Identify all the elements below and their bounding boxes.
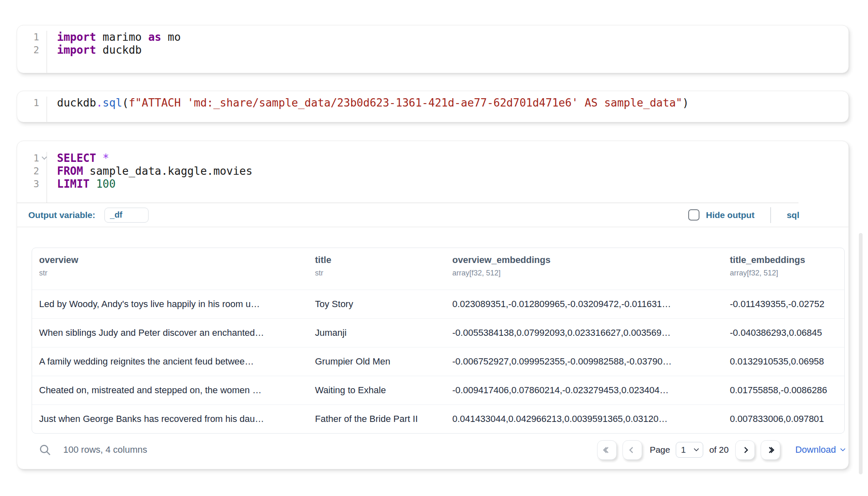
table-cell: -0.009417406,0.07860214,-0.023279453,0.0… [445, 376, 723, 404]
download-button[interactable]: Download [795, 444, 845, 455]
sql-cell: 123 SELECT *FROM sample_data.kaggle.movi… [17, 141, 849, 469]
line-number: 2 [17, 165, 47, 178]
table-row[interactable]: A family wedding reignites the ancient f… [32, 347, 844, 376]
page-select[interactable]: 1 [676, 442, 703, 458]
output-variable-input[interactable] [104, 208, 149, 223]
chevron-left-icon [629, 446, 636, 453]
table-body: Led by Woody, Andy's toys live happily i… [32, 290, 844, 433]
page-scrollbar[interactable] [859, 233, 863, 474]
code-token: SELECT [57, 152, 96, 164]
column-type: array[f32, 512] [730, 269, 845, 278]
cell-language-badge[interactable]: sql [787, 210, 799, 220]
line-number: 2 [17, 44, 47, 57]
code-token: sql [103, 97, 122, 109]
code-token: marimo [96, 31, 148, 43]
code-token [96, 152, 103, 164]
line-number: 1 [17, 152, 47, 165]
code-line[interactable]: import marimo as mo [47, 31, 848, 44]
fold-chevron-icon[interactable] [42, 154, 47, 160]
table-cell: Led by Woody, Andy's toys live happily i… [32, 290, 308, 318]
code-line[interactable]: FROM sample_data.kaggle.movies [47, 165, 848, 178]
page-label: Page [650, 445, 670, 455]
table-summary: 100 rows, 4 columns [63, 444, 147, 455]
code-token: * [103, 152, 109, 164]
code-token: import [57, 44, 96, 56]
column-type: array[f32, 512] [452, 269, 719, 278]
code-token: duckdb [57, 97, 96, 109]
search-icon[interactable] [37, 442, 52, 457]
table-cell: When siblings Judy and Peter discover an… [32, 319, 308, 347]
code-token [89, 178, 96, 190]
table-footer: 100 rows, 4 columns Page 1 of 20 [32, 439, 845, 461]
code-token: LIMIT [57, 178, 89, 190]
code-line[interactable]: import duckdb [47, 44, 848, 57]
code-token: ) [682, 97, 689, 109]
column-header[interactable]: overviewstr [32, 248, 308, 290]
line-number-gutter: 123 [17, 152, 47, 203]
table-cell: 0.007833006,0.097801 [723, 405, 845, 433]
code-token: sample_data.kaggle.movies [83, 165, 253, 177]
code-token: f"ATTACH 'md:_share/sample_data/23b0d623… [129, 97, 682, 109]
table-cell: Toy Story [308, 290, 445, 318]
table-row[interactable]: When siblings Judy and Peter discover an… [32, 318, 844, 347]
column-type: str [315, 269, 441, 278]
line-number: 1 [17, 31, 47, 44]
code-line[interactable]: SELECT * [47, 152, 848, 165]
table-header-row: overviewstrtitlestroverview_embeddingsar… [32, 248, 844, 290]
code-token: as [148, 31, 161, 43]
hide-output-label[interactable]: Hide output [706, 210, 755, 220]
code-token: import [57, 31, 96, 43]
table-cell: 0.0132910535,0.06958 [723, 347, 845, 376]
code-editor[interactable]: 123 SELECT *FROM sample_data.kaggle.movi… [17, 141, 848, 203]
column-type: str [39, 269, 304, 278]
code-line[interactable]: LIMIT 100 [47, 178, 848, 191]
line-number: 1 [17, 97, 47, 109]
code-lines[interactable]: duckdb.sql(f"ATTACH 'md:_share/sample_da… [47, 97, 848, 122]
table-row[interactable]: Just when George Banks has recovered fro… [32, 404, 844, 433]
table-cell: -0.006752927,0.099952355,-0.009982588,-0… [445, 347, 723, 376]
page-count-label: of 20 [709, 445, 729, 455]
code-token: . [96, 97, 103, 109]
column-header[interactable]: title_embeddingsarray[f32, 512] [723, 248, 845, 290]
table-cell: Cheated on, mistreated and stepped on, t… [32, 376, 308, 404]
table-cell: A family wedding reignites the ancient f… [32, 347, 308, 376]
hide-output-checkbox[interactable] [688, 209, 699, 221]
code-token: FROM [57, 165, 83, 177]
code-editor[interactable]: 12 import marimo as moimport duckdb [17, 25, 848, 73]
output-variable-label: Output variable: [28, 210, 95, 220]
table-cell: Just when George Banks has recovered fro… [32, 405, 308, 433]
column-name: overview_embeddings [452, 255, 719, 265]
code-cell-imports: 12 import marimo as moimport duckdb [17, 25, 849, 73]
column-header[interactable]: overview_embeddingsarray[f32, 512] [445, 248, 723, 290]
double-chevron-right-icon [769, 448, 772, 452]
code-lines[interactable]: import marimo as moimport duckdb [47, 31, 848, 73]
prev-page-button[interactable] [622, 440, 642, 460]
chevron-down-icon [694, 446, 699, 451]
page-select-value: 1 [681, 445, 686, 455]
line-number-gutter: 12 [17, 31, 47, 73]
last-page-button[interactable] [761, 440, 780, 460]
table-cell: 0.041433044,0.042966213,0.0039591365,0.0… [445, 405, 723, 433]
chevron-right-icon [742, 446, 749, 453]
code-lines[interactable]: SELECT *FROM sample_data.kaggle.moviesLI… [47, 152, 848, 203]
table-cell: Waiting to Exhale [308, 376, 445, 404]
table-cell: -0.0055384138,0.07992093,0.023316627,0.0… [445, 319, 723, 347]
table-row[interactable]: Led by Woody, Andy's toys live happily i… [32, 290, 844, 318]
code-line[interactable]: duckdb.sql(f"ATTACH 'md:_share/sample_da… [47, 97, 848, 109]
table-cell: -0.011439355,-0.02752 [723, 290, 845, 318]
code-token: duckdb [96, 44, 142, 56]
table-cell: 0.01755858,-0.0086286 [723, 376, 845, 404]
vertical-divider [770, 207, 771, 223]
table-cell: -0.040386293,0.06845 [723, 319, 845, 347]
dataframe-table: overviewstrtitlestroverview_embeddingsar… [32, 248, 845, 434]
output-section-divider [17, 227, 848, 227]
next-page-button[interactable] [735, 440, 755, 460]
code-editor[interactable]: 1 duckdb.sql(f"ATTACH 'md:_share/sample_… [17, 91, 848, 122]
first-page-button[interactable] [597, 440, 617, 460]
column-header[interactable]: titlestr [308, 248, 445, 290]
table-cell: 0.023089351,-0.012809965,-0.03209472,-0.… [445, 290, 723, 318]
column-name: overview [39, 255, 304, 265]
code-token: 100 [96, 178, 116, 190]
table-row[interactable]: Cheated on, mistreated and stepped on, t… [32, 376, 844, 404]
code-token: ( [122, 97, 129, 109]
